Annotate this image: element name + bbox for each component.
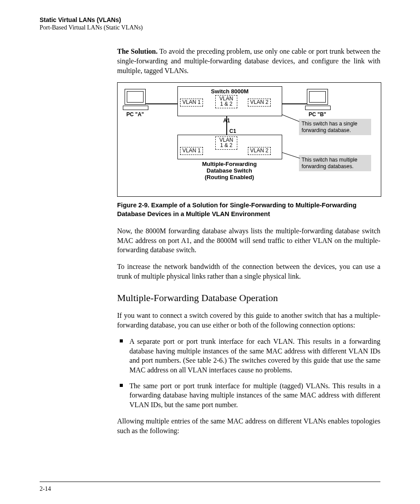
page-number: 2-14 [40, 486, 51, 493]
trunk-link [226, 116, 227, 136]
pc-b: PC "B" [307, 89, 328, 118]
figure-caption: Figure 2-9. Example of a Solution for Si… [117, 201, 380, 218]
pc-a-monitor-icon [125, 89, 146, 105]
switch-top-vlan12: VLAN 1 & 2 [215, 95, 237, 108]
footer-rule [40, 482, 380, 482]
paragraph-closing: Allowing multiple entries of the same MA… [117, 416, 380, 435]
page: Static Virtual LANs (VLANs) Port-Based V… [0, 0, 420, 504]
paragraph-bandwidth: To increase the network bandwidth of the… [117, 262, 380, 281]
callout-single-db: This switch has a single forwarding data… [299, 119, 371, 135]
solution-lead: The Solution. [117, 48, 158, 55]
switch-top-vlan1: VLAN 1 [180, 99, 203, 107]
switch-bottom-title: Multiple-Forwarding Database Switch (Rou… [184, 161, 275, 181]
bullet-list: A separate port or port trunk interface … [117, 337, 380, 409]
pc-a-label: PC "A" [125, 111, 146, 118]
pc-b-label: PC "B" [307, 111, 328, 118]
section-heading: Multiple-Forwarding Database Operation [117, 291, 380, 305]
switch-bottom-vlan1: VLAN 1 [180, 147, 203, 155]
callout-multi-db: This switch has multiple forwarding data… [299, 155, 371, 171]
list-item: The same port or port trunk interface fo… [117, 381, 380, 410]
callout-arrow-top [282, 114, 299, 122]
switch-bottom-vlan12: VLAN 1 & 2 [215, 136, 237, 150]
callout-arrow-bottom [282, 152, 300, 158]
pc-a-base-icon [123, 106, 148, 110]
pc-b-monitor-icon [307, 89, 328, 105]
running-header-title: Static Virtual LANs (VLANs) [40, 16, 380, 24]
figure-diagram: PC "A" Switch 8000M VLAN 1 VLAN 1 & 2 VL… [117, 82, 381, 197]
switch-bottom-vlan2: VLAN 2 [248, 147, 271, 155]
solution-paragraph: The Solution. To avoid the preceding pro… [117, 47, 380, 75]
switch-8000m-title: Switch 8000M [178, 87, 282, 96]
pc-b-base-icon [305, 106, 331, 110]
paragraph-intro: If you want to connect a switch covered … [117, 311, 380, 330]
list-item: A separate port or port trunk interface … [117, 337, 380, 375]
paragraph-after-figure: Now, the 8000M forwarding database alway… [117, 226, 380, 255]
wire-switch-to-pcb [282, 103, 307, 104]
running-header-subtitle: Port-Based Virtual LANs (Static VLANs) [40, 24, 380, 32]
switch-top-vlan2: VLAN 2 [248, 99, 271, 107]
pc-a: PC "A" [125, 89, 146, 118]
wire-pca-to-switch [146, 103, 177, 104]
content-column: The Solution. To avoid the preceding pro… [117, 47, 380, 435]
port-c1-label: C1 [229, 128, 236, 135]
